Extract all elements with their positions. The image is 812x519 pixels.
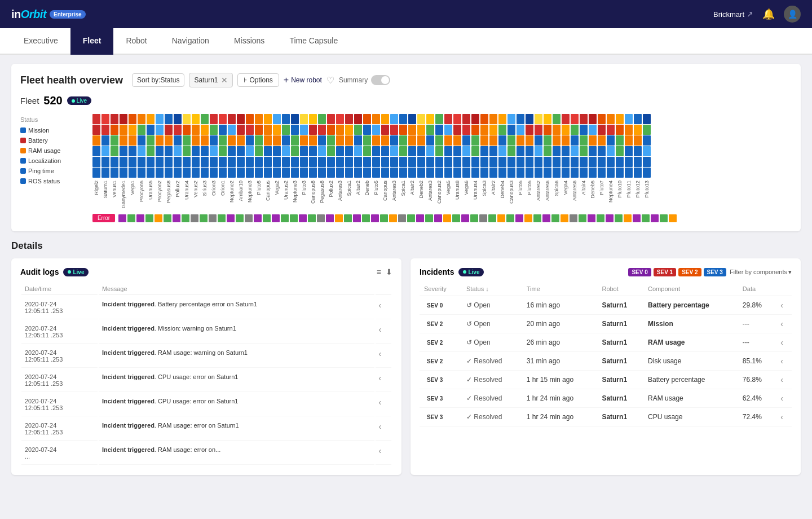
bell-icon[interactable]: 🔔 xyxy=(762,8,775,20)
error-square[interactable] xyxy=(651,214,659,222)
robot-col[interactable]: Pluto5 xyxy=(517,114,524,208)
robot-bar[interactable] xyxy=(246,168,254,178)
tab-fleet[interactable]: Fleet xyxy=(70,28,114,55)
robot-bar[interactable] xyxy=(273,157,281,167)
error-square[interactable] xyxy=(533,214,541,222)
robot-bar[interactable] xyxy=(147,114,155,124)
robot-bar[interactable] xyxy=(517,114,524,124)
robot-bar[interactable] xyxy=(562,125,570,135)
robot-bar[interactable] xyxy=(399,114,407,124)
robot-bar[interactable] xyxy=(336,114,344,124)
robot-bar[interactable] xyxy=(147,157,155,167)
robot-bar[interactable] xyxy=(210,135,218,146)
error-square[interactable] xyxy=(362,214,370,222)
error-square[interactable] xyxy=(669,214,677,222)
robot-bar[interactable] xyxy=(471,168,479,178)
robot-bar[interactable] xyxy=(526,135,533,146)
robot-bar[interactable] xyxy=(544,157,551,167)
robot-bar[interactable] xyxy=(508,114,515,124)
robot-bar[interactable] xyxy=(129,135,136,146)
robot-bar[interactable] xyxy=(120,125,127,135)
robot-bar[interactable] xyxy=(625,146,633,156)
robot-bar[interactable] xyxy=(489,114,497,124)
error-square[interactable] xyxy=(155,214,162,222)
robot-bar[interactable] xyxy=(92,146,100,156)
robot-bar[interactable] xyxy=(228,168,236,178)
robot-col[interactable]: Ganymede1 xyxy=(120,114,127,208)
robot-bar[interactable] xyxy=(498,146,506,156)
robot-bar[interactable] xyxy=(616,125,624,135)
robot-bar[interactable] xyxy=(589,146,597,156)
robot-bar[interactable] xyxy=(480,168,488,178)
robot-bar[interactable] xyxy=(643,146,651,156)
robot-bar[interactable] xyxy=(489,125,497,135)
error-square[interactable] xyxy=(145,214,153,222)
robot-bar[interactable] xyxy=(562,157,570,167)
robot-col[interactable]: Rigel2 xyxy=(92,114,100,208)
robot-bar[interactable] xyxy=(607,157,615,167)
robot-bar[interactable] xyxy=(508,135,515,146)
robot-bar[interactable] xyxy=(363,114,371,124)
robot-bar[interactable] xyxy=(237,157,245,167)
tab-navigation[interactable]: Navigation xyxy=(160,28,222,55)
robot-bar[interactable] xyxy=(616,114,624,124)
robot-col[interactable]: Pluto5 xyxy=(255,114,263,208)
robot-col[interactable]: Antares2 xyxy=(535,114,542,208)
robot-bar[interactable] xyxy=(92,135,100,146)
robot-bar[interactable] xyxy=(237,114,245,124)
robot-bar[interactable] xyxy=(201,146,209,156)
robot-bar[interactable] xyxy=(237,125,245,135)
robot-bar[interactable] xyxy=(92,168,100,178)
error-square[interactable] xyxy=(218,214,226,222)
robot-bar[interactable] xyxy=(102,146,109,156)
robot-bar[interactable] xyxy=(246,157,254,167)
audit-log-row[interactable]: 2020-07-24 12:05:11 .253Incident trigger… xyxy=(21,393,391,416)
robot-col[interactable]: Spica6 xyxy=(553,114,561,208)
robot-bar[interactable] xyxy=(444,168,452,178)
robot-bar[interactable] xyxy=(598,114,606,124)
robot-bar[interactable] xyxy=(426,146,434,156)
robot-bar[interactable] xyxy=(553,135,561,146)
error-square[interactable] xyxy=(524,214,532,222)
error-square[interactable] xyxy=(416,214,424,222)
error-square[interactable] xyxy=(200,214,208,222)
robot-bar[interactable] xyxy=(102,125,109,135)
robot-bar[interactable] xyxy=(291,135,299,146)
robot-bar[interactable] xyxy=(598,146,606,156)
robot-bar[interactable] xyxy=(201,114,209,124)
robot-bar[interactable] xyxy=(390,168,398,178)
robot-bar[interactable] xyxy=(264,135,272,146)
robot-bar[interactable] xyxy=(625,114,633,124)
robot-bar[interactable] xyxy=(480,157,488,167)
robot-bar[interactable] xyxy=(562,114,570,124)
error-square[interactable] xyxy=(642,214,650,222)
robot-bar[interactable] xyxy=(417,146,425,156)
robot-bar[interactable] xyxy=(544,146,551,156)
error-square[interactable] xyxy=(579,214,586,222)
robot-col[interactable]: Neptune2 xyxy=(228,114,236,208)
robot-bar[interactable] xyxy=(138,125,145,135)
robot-bar[interactable] xyxy=(210,168,218,178)
robot-bar[interactable] xyxy=(282,146,290,156)
error-square[interactable] xyxy=(353,214,361,222)
robot-bar[interactable] xyxy=(165,125,173,135)
robot-bar[interactable] xyxy=(607,125,615,135)
error-square[interactable] xyxy=(597,214,604,222)
robot-bar[interactable] xyxy=(264,157,272,167)
robot-bar[interactable] xyxy=(210,125,218,135)
robot-bar[interactable] xyxy=(300,125,308,135)
robot-col[interactable]: Antares3 xyxy=(336,114,344,208)
error-square[interactable] xyxy=(660,214,668,222)
robot-bar[interactable] xyxy=(517,135,524,146)
robot-bar[interactable] xyxy=(120,168,127,178)
robot-col[interactable]: Antares3 xyxy=(390,114,398,208)
avatar[interactable]: 👤 xyxy=(784,6,801,23)
export-icon[interactable]: ↗ xyxy=(747,10,753,19)
sev3-chip[interactable]: SEV 3 xyxy=(704,268,726,276)
audit-expand-button[interactable]: ‹ xyxy=(379,422,382,431)
incidents-scroll[interactable]: Severity Status ↓ Time Robot Component D… xyxy=(420,282,792,426)
robot-bar[interactable] xyxy=(282,125,290,135)
robot-bar[interactable] xyxy=(462,135,470,146)
robot-bar[interactable] xyxy=(562,135,570,146)
error-square[interactable] xyxy=(515,214,523,222)
